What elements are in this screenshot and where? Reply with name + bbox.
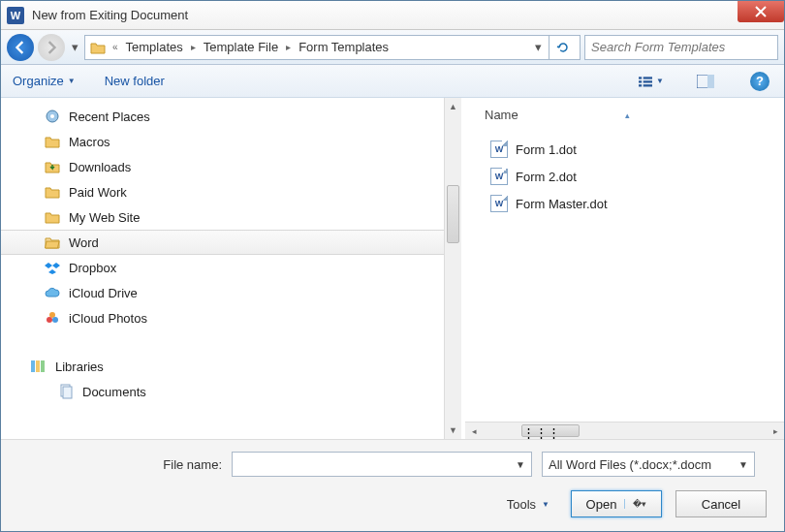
tree-item-icloud-drive[interactable]: iCloud Drive bbox=[1, 280, 461, 305]
file-item[interactable]: W Form 2.dot bbox=[485, 163, 774, 190]
file-item[interactable]: W Form 1.dot bbox=[485, 136, 774, 163]
svg-rect-4 bbox=[639, 84, 642, 86]
new-folder-button[interactable]: New folder bbox=[105, 74, 165, 88]
chevron-down-icon: ▼ bbox=[516, 459, 525, 470]
tree-item-label: Paid Work bbox=[69, 185, 127, 200]
filetype-value: All Word Files (*.docx;*.docm bbox=[549, 457, 711, 472]
chevron-right-icon: ▸ bbox=[187, 42, 200, 52]
tree-item-dropbox[interactable]: Dropbox bbox=[1, 255, 461, 280]
tree-item-label: Downloads bbox=[69, 160, 131, 174]
svg-point-10 bbox=[49, 312, 55, 318]
tree-item-icloud-photos[interactable]: iCloud Photos bbox=[1, 305, 461, 330]
tree-item-my-web-site[interactable]: My Web Site bbox=[1, 204, 461, 230]
tree-item-paid-work[interactable]: Paid Work bbox=[1, 179, 461, 204]
svg-point-9 bbox=[50, 114, 54, 118]
svg-rect-3 bbox=[644, 80, 652, 82]
tree-item-label: Documents bbox=[82, 385, 146, 399]
refresh-button[interactable] bbox=[549, 35, 576, 60]
file-list-pane: Name ▴ W Form 1.dot W Form 2.dot W Form … bbox=[465, 98, 784, 439]
dialog-window: W New from Exiting Document ▾ « Template… bbox=[0, 0, 785, 532]
window-title: New from Exiting Document bbox=[32, 8, 188, 22]
chevron-down-icon: ▼ bbox=[656, 77, 664, 85]
cancel-button[interactable]: Cancel bbox=[675, 490, 767, 517]
dropbox-icon bbox=[44, 259, 61, 276]
file-list-hscrollbar[interactable]: ◂ ⋮⋮⋮ ▸ bbox=[465, 422, 784, 439]
folder-icon bbox=[89, 39, 107, 56]
close-icon bbox=[755, 6, 767, 17]
open-button[interactable]: Open �▾ bbox=[571, 490, 662, 517]
scroll-right-icon[interactable]: ▸ bbox=[767, 426, 784, 436]
word-document-icon: W bbox=[490, 141, 508, 158]
dialog-body: Recent Places Macros Downloads Paid Work… bbox=[1, 98, 784, 439]
folder-icon bbox=[44, 133, 61, 150]
scroll-down-icon[interactable]: ▼ bbox=[445, 422, 461, 439]
nav-history-dropdown[interactable]: ▾ bbox=[69, 38, 80, 57]
scroll-track[interactable]: ⋮⋮⋮ bbox=[483, 422, 767, 439]
chevron-left-icon: « bbox=[109, 42, 122, 52]
help-button[interactable]: ? bbox=[747, 71, 772, 92]
dialog-footer: File name: ▼ All Word Files (*.docx;*.do… bbox=[1, 439, 784, 531]
tree-item-downloads[interactable]: Downloads bbox=[1, 154, 461, 179]
list-view-icon bbox=[639, 75, 652, 88]
column-header-name[interactable]: Name bbox=[485, 108, 518, 122]
scroll-left-icon[interactable]: ◂ bbox=[465, 426, 483, 436]
column-header-row: Name ▴ bbox=[485, 108, 774, 122]
breadcrumb-item[interactable]: Template File bbox=[202, 40, 280, 54]
help-icon: ? bbox=[750, 72, 769, 91]
tree-item-documents[interactable]: Documents bbox=[1, 379, 461, 404]
file-item[interactable]: W Form Master.dot bbox=[485, 190, 774, 217]
svg-rect-14 bbox=[36, 360, 40, 372]
tools-button[interactable]: Tools ▼ bbox=[507, 497, 550, 512]
tree-item-macros[interactable]: Macros bbox=[1, 129, 461, 154]
svg-rect-17 bbox=[63, 387, 72, 398]
word-document-icon: W bbox=[490, 195, 508, 212]
svg-rect-7 bbox=[707, 75, 714, 88]
tree-item-libraries[interactable]: Libraries bbox=[1, 354, 461, 379]
file-name: Form 1.dot bbox=[516, 142, 577, 157]
filetype-combo[interactable]: All Word Files (*.docx;*.docm ▼ bbox=[542, 452, 755, 477]
preview-pane-button[interactable] bbox=[693, 71, 718, 92]
libraries-icon bbox=[30, 358, 47, 375]
folder-icon bbox=[44, 208, 61, 226]
tree-item-recent-places[interactable]: Recent Places bbox=[1, 104, 461, 129]
refresh-icon bbox=[556, 41, 570, 54]
tree-item-label: Libraries bbox=[55, 360, 104, 374]
preview-pane-icon bbox=[697, 75, 714, 88]
tree-scrollbar[interactable]: ▲ ▼ bbox=[444, 98, 461, 439]
breadcrumb-item[interactable]: Form Templates bbox=[297, 40, 391, 54]
view-options-button[interactable]: ▼ bbox=[639, 71, 664, 92]
tree-item-label: Recent Places bbox=[69, 110, 150, 124]
filename-combo[interactable]: ▼ bbox=[232, 452, 532, 477]
toolbar: Organize▼ New folder ▼ ? bbox=[1, 65, 784, 98]
forward-button[interactable] bbox=[38, 34, 65, 61]
organize-button[interactable]: Organize▼ bbox=[13, 74, 76, 88]
tree-item-label: iCloud Drive bbox=[69, 286, 138, 300]
scroll-up-icon[interactable]: ▲ bbox=[445, 98, 461, 115]
svg-rect-1 bbox=[644, 77, 652, 78]
breadcrumb-dropdown[interactable]: ▾ bbox=[529, 40, 547, 54]
documents-icon bbox=[57, 383, 75, 400]
filename-label: File name: bbox=[18, 457, 222, 472]
folder-open-icon bbox=[44, 234, 61, 251]
breadcrumb-bar[interactable]: « Templates ▸ Template File ▸ Form Templ… bbox=[84, 35, 581, 60]
close-button[interactable] bbox=[738, 1, 784, 22]
chevron-down-icon: ▼ bbox=[542, 500, 550, 509]
arrow-right-icon bbox=[45, 41, 58, 54]
scroll-thumb[interactable]: ⋮⋮⋮ bbox=[521, 424, 580, 437]
breadcrumb-item[interactable]: Templates bbox=[124, 40, 185, 54]
word-document-icon: W bbox=[490, 168, 508, 185]
scroll-thumb[interactable] bbox=[447, 185, 459, 243]
word-app-icon: W bbox=[7, 7, 24, 24]
search-box[interactable] bbox=[584, 35, 778, 60]
sort-indicator-icon: ▴ bbox=[625, 110, 630, 120]
title-bar: W New from Exiting Document bbox=[1, 1, 784, 30]
search-input[interactable] bbox=[591, 40, 771, 54]
tree-item-word[interactable]: Word bbox=[1, 230, 461, 255]
svg-rect-5 bbox=[644, 84, 652, 86]
back-button[interactable] bbox=[7, 34, 34, 61]
tree-item-label: iCloud Photos bbox=[69, 311, 147, 326]
file-name: Form 2.dot bbox=[516, 170, 577, 184]
file-name: Form Master.dot bbox=[516, 197, 608, 211]
svg-point-12 bbox=[52, 317, 58, 323]
tree-item-label: Word bbox=[69, 235, 99, 250]
